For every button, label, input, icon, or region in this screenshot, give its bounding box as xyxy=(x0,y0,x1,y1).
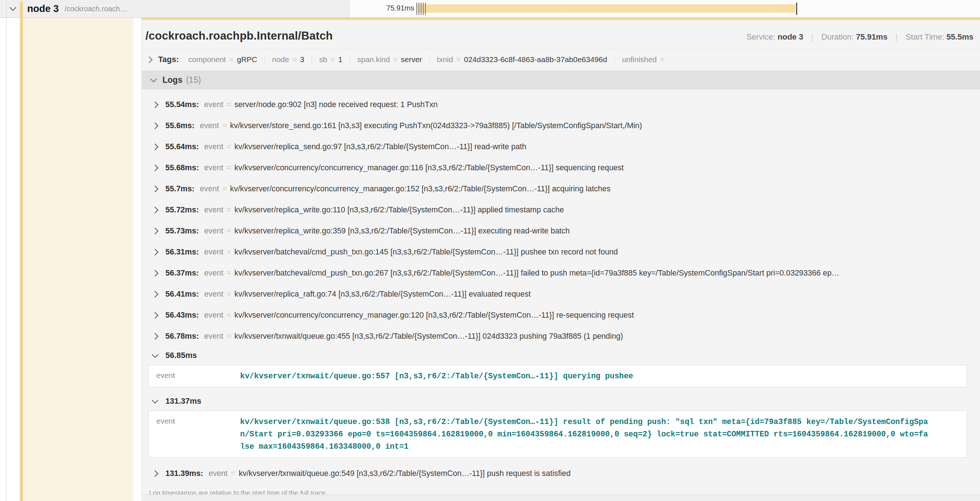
log-row[interactable]: 55.68ms: event = kv/kvserver/concurrency… xyxy=(142,157,980,178)
chevron-right-icon[interactable] xyxy=(152,185,158,192)
tag-equals: = xyxy=(331,55,335,64)
duration-label: Duration: xyxy=(821,32,854,41)
start-time-label: Start Time: xyxy=(906,32,944,41)
log-detail-box: event kv/kvserver/txnwait/queue.go:557 [… xyxy=(148,365,967,388)
log-timestamp: 56.43ms: xyxy=(165,311,199,320)
log-message: kv/kvserver/concurrency/concurrency_mana… xyxy=(234,311,634,320)
tag-item: node = 3 xyxy=(265,54,312,65)
log-detail-box: event kv/kvserver/txnwait/queue.go:538 [… xyxy=(148,411,967,458)
log-row[interactable]: 56.31ms: event = kv/kvserver/batcheval/c… xyxy=(142,241,980,262)
chevron-right-icon[interactable] xyxy=(152,470,158,477)
chevron-right-icon[interactable] xyxy=(146,56,152,63)
log-equals: = xyxy=(227,311,231,320)
log-tick[interactable] xyxy=(796,3,797,15)
log-timestamp: 56.41ms: xyxy=(165,290,199,299)
tag-item: component = gRPC xyxy=(181,54,265,65)
span-timeline[interactable]: 75.91ms xyxy=(349,0,980,18)
span-name-cell[interactable]: node 3 /cockroach.roach… xyxy=(0,0,349,18)
log-expanded-entry: 56.85ms event kv/kvserver/txnwait/queue.… xyxy=(142,347,980,388)
log-row[interactable]: 56.37ms: event = kv/kvserver/batcheval/c… xyxy=(142,262,980,284)
tag-item: span.kind = server xyxy=(350,54,430,65)
span-row[interactable]: node 3 /cockroach.roach… 75.91ms xyxy=(0,0,980,18)
log-tick[interactable] xyxy=(418,3,419,15)
chevron-right-icon[interactable] xyxy=(152,101,158,108)
chevron-right-icon[interactable] xyxy=(152,144,158,150)
chevron-right-icon[interactable] xyxy=(152,207,158,213)
tag-item: txnid = 024d3323-6c8f-4863-aa8b-37ab0e63… xyxy=(430,54,615,65)
log-message: kv/kvserver/txnwait/queue.go:455 [n3,s3,… xyxy=(234,332,623,341)
log-message: server/node.go:902 [n3] node received re… xyxy=(234,100,438,109)
chevron-down-icon[interactable] xyxy=(152,397,158,403)
log-timestamp: 55.64ms: xyxy=(165,142,199,152)
span-detail-header: /cockroach.roachpb.Internal/Batch Servic… xyxy=(142,20,980,49)
log-equals: = xyxy=(227,269,231,278)
log-expanded-header[interactable]: 131.37ms xyxy=(142,393,980,410)
service-label: Service: xyxy=(746,32,775,41)
chevron-down-icon[interactable] xyxy=(152,351,158,357)
service-color-bar xyxy=(20,2,23,501)
span-bar[interactable] xyxy=(417,4,795,13)
log-row[interactable]: 55.64ms: event = kv/kvserver/replica_sen… xyxy=(142,136,980,157)
overview-separator: | xyxy=(811,32,813,41)
collapse-children-icon[interactable] xyxy=(10,4,16,11)
tag-equals: = xyxy=(660,55,665,64)
log-field-value: kv/kvserver/txnwait/queue.go:538 [n3,s3,… xyxy=(240,416,931,453)
chevron-right-icon[interactable] xyxy=(152,164,158,171)
tag-equals: = xyxy=(393,55,398,64)
log-row[interactable]: 55.7ms: event = kv/kvserver/concurrency/… xyxy=(142,178,980,199)
log-equals: = xyxy=(222,184,227,193)
chevron-right-icon[interactable] xyxy=(152,270,158,276)
log-timestamp: 131.37ms xyxy=(165,396,201,406)
log-tick[interactable] xyxy=(421,3,422,15)
tag-equals: = xyxy=(456,55,461,64)
log-row[interactable]: 55.54ms: event = server/node.go:902 [n3]… xyxy=(142,94,980,115)
log-timestamp: 55.72ms: xyxy=(165,206,199,215)
log-timestamp: 55.54ms: xyxy=(165,100,199,109)
log-field-key: event xyxy=(200,184,219,193)
log-row[interactable]: 55.72ms: event = kv/kvserver/replica_wri… xyxy=(142,199,980,220)
trace-view: node 3 /cockroach.roach… 75.91ms /cockro… xyxy=(0,0,980,501)
log-equals: = xyxy=(231,469,236,478)
log-list: 55.54ms: event = server/node.go:902 [n3]… xyxy=(142,90,980,484)
chevron-right-icon[interactable] xyxy=(152,249,158,255)
tag-key: txnid xyxy=(437,55,453,64)
log-tick[interactable] xyxy=(425,3,426,15)
log-row[interactable]: 55.73ms: event = kv/kvserver/replica_wri… xyxy=(142,220,980,241)
log-tick[interactable] xyxy=(423,3,424,15)
chevron-down-icon[interactable] xyxy=(150,75,157,82)
service-name: node 3 xyxy=(27,3,59,14)
operation-name: /cockroach.roach… xyxy=(65,5,127,13)
tag-key: node xyxy=(272,55,289,64)
log-timestamp: 56.85ms xyxy=(165,351,197,360)
chevron-right-icon[interactable] xyxy=(152,312,158,318)
log-equals: = xyxy=(227,247,231,257)
tags-section[interactable]: Tags: component = gRPC node = 3 sb = 1 s… xyxy=(142,49,980,70)
log-row[interactable]: 56.41ms: event = kv/kvserver/replica_raf… xyxy=(142,284,980,305)
log-row[interactable]: 55.6ms: event = kv/kvserver/store_send.g… xyxy=(142,115,980,136)
log-tick[interactable] xyxy=(416,3,417,15)
chevron-right-icon[interactable] xyxy=(152,333,158,340)
tag-key: unfinished xyxy=(622,55,657,64)
tag-item: sb = 1 xyxy=(312,54,350,65)
log-field-key: event xyxy=(204,163,223,172)
tags-label: Tags: xyxy=(158,55,179,64)
log-field-key: event xyxy=(204,311,223,320)
chevron-right-icon[interactable] xyxy=(152,122,158,129)
log-equals: = xyxy=(222,121,227,130)
tag-value: gRPC xyxy=(237,55,257,64)
log-timestamp: 55.7ms: xyxy=(165,184,194,193)
log-expanded-header[interactable]: 56.85ms xyxy=(142,347,980,364)
log-row[interactable]: 56.78ms: event = kv/kvserver/txnwait/que… xyxy=(142,325,980,347)
log-expanded-entry: 131.37ms event kv/kvserver/txnwait/queue… xyxy=(142,393,980,458)
log-message: kv/kvserver/replica_write.go:110 [n3,s3,… xyxy=(234,206,564,215)
chevron-right-icon[interactable] xyxy=(152,228,158,234)
log-field-key: event xyxy=(204,269,223,278)
log-row[interactable]: 56.43ms: event = kv/kvserver/concurrency… xyxy=(142,305,980,325)
tag-key: component xyxy=(188,55,226,64)
log-row[interactable]: 131.39ms: event = kv/kvserver/txnwait/qu… xyxy=(142,463,980,484)
logs-label: Logs xyxy=(162,75,183,85)
log-message: kv/kvserver/concurrency/concurrency_mana… xyxy=(230,184,611,193)
logs-section-header[interactable]: Logs (15) xyxy=(142,70,980,90)
log-message: kv/kvserver/replica_write.go:359 [n3,s3,… xyxy=(234,227,570,236)
chevron-right-icon[interactable] xyxy=(152,291,158,297)
